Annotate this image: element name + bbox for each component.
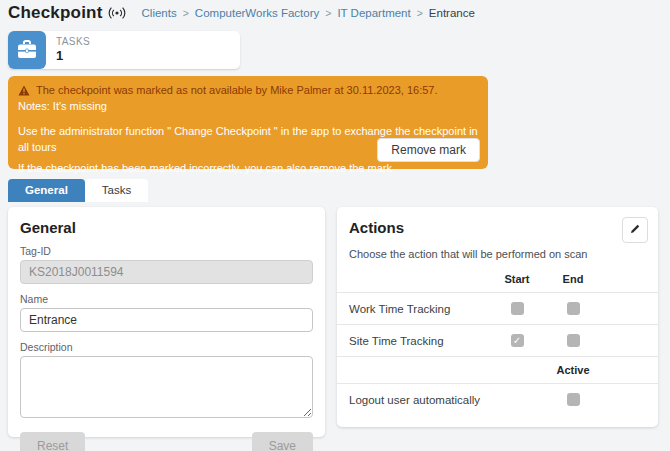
row-label: Work Time Tracking (349, 303, 489, 315)
tag-id-field (20, 260, 313, 284)
active-header-row: Active (349, 357, 646, 383)
name-label: Name (20, 293, 313, 305)
warning-notes-text: Notes: It's missing (18, 99, 478, 115)
general-panel: General Tag-ID Name Description Reset Sa… (8, 207, 325, 437)
breadcrumb: Clients > ComputerWorks Factory > IT Dep… (142, 7, 475, 19)
work-time-start-checkbox[interactable] (511, 302, 524, 315)
site-time-end-checkbox[interactable] (567, 334, 580, 347)
work-time-end-checkbox[interactable] (567, 302, 580, 315)
breadcrumb-entrance: Entrance (429, 7, 475, 19)
description-label: Description (20, 341, 313, 353)
actions-table-header: Start End (349, 266, 646, 292)
page-title: Checkpoint (8, 3, 103, 23)
checkpoint-warning-banner: The checkpoint was marked as not availab… (8, 76, 488, 169)
edit-actions-button[interactable] (622, 217, 648, 243)
column-header-end: End (545, 273, 601, 285)
breadcrumb-computerworks-factory[interactable]: ComputerWorks Factory (195, 7, 319, 19)
breadcrumb-clients[interactable]: Clients (142, 7, 177, 19)
checkpoint-signal-icon (108, 6, 126, 20)
name-field[interactable] (20, 308, 313, 332)
warning-marked-text: The checkpoint was marked as not availab… (36, 83, 438, 99)
remove-mark-button[interactable]: Remove mark (377, 138, 480, 162)
tasks-label: TASKS (56, 36, 90, 49)
table-row-site-time-tracking: Site Time Tracking (349, 325, 646, 356)
table-row-work-time-tracking: Work Time Tracking (349, 293, 646, 324)
breadcrumb-separator: > (325, 7, 331, 19)
reset-button[interactable]: Reset (20, 432, 85, 451)
page-header: Checkpoint Clients > ComputerWorks Facto… (8, 3, 475, 23)
tab-tasks[interactable]: Tasks (85, 179, 148, 202)
tasks-count: 1 (56, 48, 90, 64)
row-label: Logout user automatically (349, 394, 489, 406)
warning-line-1: The checkpoint was marked as not availab… (18, 83, 478, 99)
general-panel-title: General (20, 219, 313, 236)
pencil-icon (629, 221, 641, 239)
form-buttons: Reset Save (20, 432, 313, 451)
actions-subtitle: Choose the action that will be performed… (349, 248, 646, 260)
tasks-kpi-card[interactable]: TASKS 1 (8, 31, 240, 69)
actions-panel: Actions Choose the action that will be p… (337, 207, 658, 427)
save-button[interactable]: Save (252, 432, 313, 451)
column-header-start: Start (489, 273, 545, 285)
breadcrumb-separator: > (417, 7, 423, 19)
actions-panel-title: Actions (349, 219, 646, 236)
breadcrumb-separator: > (183, 7, 189, 19)
breadcrumb-it-department[interactable]: IT Department (337, 7, 410, 19)
description-field[interactable] (20, 356, 313, 418)
kpi-text: TASKS 1 (56, 36, 90, 65)
tag-id-label: Tag-ID (20, 245, 313, 257)
logout-active-checkbox[interactable] (567, 393, 580, 406)
tab-general[interactable]: General (8, 179, 85, 202)
column-header-active: Active (545, 364, 601, 376)
warning-remove-hint-text: If the checkpoint has been marked incorr… (18, 161, 478, 177)
briefcase-icon (8, 31, 46, 69)
content-tabs: General Tasks (8, 179, 148, 202)
warning-triangle-icon (18, 85, 30, 96)
site-time-start-checkbox[interactable] (511, 334, 524, 347)
table-row-logout-automatically: Logout user automatically (349, 384, 646, 415)
row-label: Site Time Tracking (349, 335, 489, 347)
